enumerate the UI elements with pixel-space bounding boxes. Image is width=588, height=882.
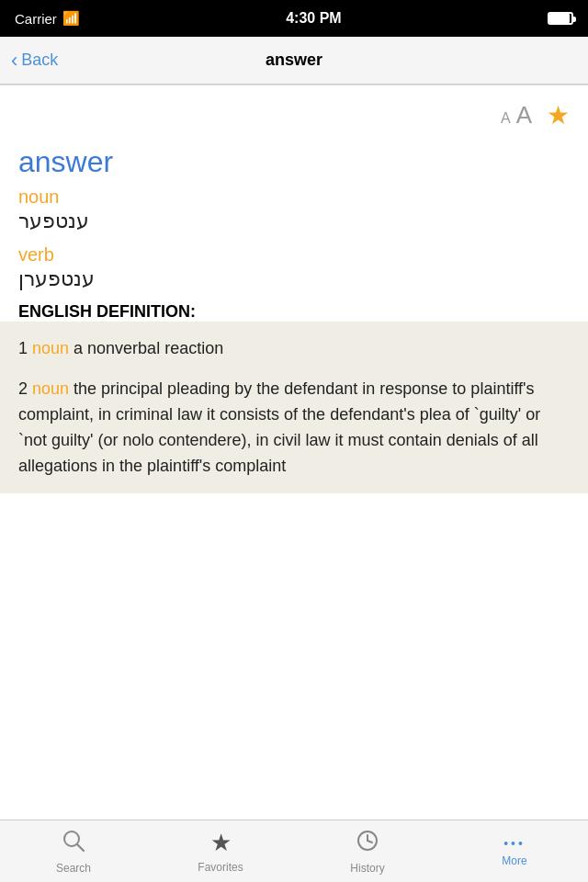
translation-verb: ענטפערן xyxy=(18,267,570,291)
font-size-controls: A A xyxy=(501,101,532,130)
pos-verb-label: verb xyxy=(18,244,570,266)
more-dots-icon: ••• xyxy=(503,836,526,851)
tab-bar: Search ★ Favorites History ••• More xyxy=(0,820,588,882)
back-chevron: ‹ xyxy=(11,51,17,71)
tab-search-label: Search xyxy=(56,862,91,875)
translation-noun: ענטפער xyxy=(18,209,570,233)
definition-entry-2: 2 noun the principal pleading by the def… xyxy=(18,377,570,480)
content-area: A A ★ answer noun ענטפער verb ענטפערן EN… xyxy=(0,85,588,820)
status-time: 4:30 PM xyxy=(286,10,341,27)
font-small-a[interactable]: A xyxy=(501,110,511,127)
battery-icon xyxy=(548,12,573,25)
tab-more[interactable]: ••• More xyxy=(441,820,588,882)
def-pos-1: noun xyxy=(32,339,69,357)
svg-line-1 xyxy=(77,844,84,851)
font-large-a[interactable]: A xyxy=(516,101,532,130)
carrier-wifi: Carrier 📶 xyxy=(15,10,80,27)
def-num-2: 2 xyxy=(18,379,32,398)
word-title: answer xyxy=(18,145,570,179)
def-text-1: a nonverbal reaction xyxy=(69,339,223,357)
history-icon xyxy=(356,829,379,858)
definition-entry-1: 1 noun a nonverbal reaction xyxy=(18,336,570,362)
definition-box: 1 noun a nonverbal reaction 2 noun the p… xyxy=(0,322,588,493)
english-def-label: ENGLISH DEFINITION: xyxy=(18,302,570,322)
def-pos-2: noun xyxy=(32,379,69,398)
font-controls-row: A A ★ xyxy=(18,100,570,130)
svg-line-4 xyxy=(368,841,372,842)
search-icon xyxy=(62,829,85,858)
def-text-2: the principal pleading by the defendant … xyxy=(18,379,540,475)
back-button[interactable]: ‹ Back xyxy=(11,51,58,71)
wifi-icon: 📶 xyxy=(62,10,80,27)
battery-indicator xyxy=(548,12,573,25)
tab-search[interactable]: Search xyxy=(0,820,147,882)
pos-noun-label: noun xyxy=(18,187,570,208)
favorites-star-icon: ★ xyxy=(210,829,232,857)
nav-bar: ‹ Back answer xyxy=(0,37,588,85)
status-bar: Carrier 📶 4:30 PM xyxy=(0,0,588,37)
tab-favorites[interactable]: ★ Favorites xyxy=(147,820,294,882)
favorite-star-button[interactable]: ★ xyxy=(547,100,570,130)
tab-history-label: History xyxy=(350,862,384,875)
tab-history[interactable]: History xyxy=(294,820,441,882)
tab-more-label: More xyxy=(502,854,526,867)
carrier-label: Carrier xyxy=(15,11,57,27)
def-num-1: 1 xyxy=(18,339,32,357)
nav-title: answer xyxy=(266,51,322,70)
back-label: Back xyxy=(21,51,58,70)
tab-favorites-label: Favorites xyxy=(198,861,243,874)
